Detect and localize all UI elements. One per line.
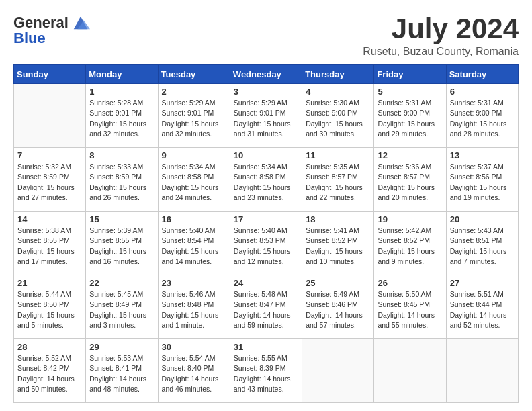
day-number: 15: [89, 214, 154, 224]
day-number: 12: [378, 150, 442, 161]
day-number: 19: [378, 214, 442, 224]
day-info: Sunrise: 5:33 AMSunset: 8:59 PMDaylight:…: [89, 162, 154, 203]
day-info: Sunrise: 5:50 AMSunset: 8:45 PMDaylight:…: [378, 289, 442, 330]
day-info: Sunrise: 5:48 AMSunset: 8:47 PMDaylight:…: [234, 289, 298, 330]
day-info: Sunrise: 5:28 AMSunset: 9:01 PMDaylight:…: [89, 98, 154, 139]
calendar-week-1: 1Sunrise: 5:28 AMSunset: 9:01 PMDaylight…: [14, 84, 519, 148]
day-number: 17: [234, 214, 298, 224]
day-info: Sunrise: 5:35 AMSunset: 8:57 PMDaylight:…: [306, 162, 370, 203]
day-info: Sunrise: 5:41 AMSunset: 8:52 PMDaylight:…: [306, 226, 370, 267]
calendar-cell: 28Sunrise: 5:52 AMSunset: 8:42 PMDayligh…: [14, 339, 86, 403]
day-number: 27: [450, 278, 515, 288]
day-info: Sunrise: 5:43 AMSunset: 8:51 PMDaylight:…: [450, 226, 515, 267]
calendar-cell: 24Sunrise: 5:48 AMSunset: 8:47 PMDayligh…: [230, 275, 302, 339]
calendar-cell: 3Sunrise: 5:29 AMSunset: 9:01 PMDaylight…: [230, 84, 302, 148]
day-info: Sunrise: 5:42 AMSunset: 8:52 PMDaylight:…: [378, 226, 442, 267]
header-saturday: Saturday: [446, 65, 518, 84]
day-number: 1: [89, 87, 154, 97]
day-number: 23: [162, 278, 226, 288]
calendar-cell: 6Sunrise: 5:31 AMSunset: 9:00 PMDaylight…: [446, 84, 518, 148]
calendar-week-4: 21Sunrise: 5:44 AMSunset: 8:50 PMDayligh…: [14, 275, 519, 339]
day-info: Sunrise: 5:40 AMSunset: 8:53 PMDaylight:…: [234, 226, 298, 267]
day-info: Sunrise: 5:40 AMSunset: 8:54 PMDaylight:…: [162, 226, 226, 267]
day-number: 8: [89, 150, 154, 161]
calendar-cell: 10Sunrise: 5:34 AMSunset: 8:58 PMDayligh…: [230, 148, 302, 212]
day-number: 5: [378, 87, 442, 97]
calendar-cell: 21Sunrise: 5:44 AMSunset: 8:50 PMDayligh…: [14, 275, 86, 339]
day-info: Sunrise: 5:39 AMSunset: 8:55 PMDaylight:…: [89, 226, 154, 267]
calendar-cell: 29Sunrise: 5:53 AMSunset: 8:41 PMDayligh…: [86, 339, 158, 403]
day-info: Sunrise: 5:52 AMSunset: 8:42 PMDaylight:…: [17, 353, 82, 394]
calendar-cell: 17Sunrise: 5:40 AMSunset: 8:53 PMDayligh…: [230, 212, 302, 275]
day-info: Sunrise: 5:29 AMSunset: 9:01 PMDaylight:…: [162, 98, 226, 139]
day-info: Sunrise: 5:46 AMSunset: 8:48 PMDaylight:…: [162, 289, 226, 330]
day-info: Sunrise: 5:36 AMSunset: 8:57 PMDaylight:…: [378, 162, 442, 203]
header-tuesday: Tuesday: [158, 65, 230, 84]
day-info: Sunrise: 5:34 AMSunset: 8:58 PMDaylight:…: [162, 162, 226, 203]
logo-icon: [71, 13, 90, 32]
day-number: 24: [234, 278, 298, 288]
calendar-cell: 23Sunrise: 5:46 AMSunset: 8:48 PMDayligh…: [158, 275, 230, 339]
day-number: 14: [17, 214, 82, 224]
calendar-cell: 8Sunrise: 5:33 AMSunset: 8:59 PMDaylight…: [86, 148, 158, 212]
calendar-cell: 13Sunrise: 5:37 AMSunset: 8:56 PMDayligh…: [446, 148, 518, 212]
calendar-cell: 19Sunrise: 5:42 AMSunset: 8:52 PMDayligh…: [374, 212, 446, 275]
calendar-week-5: 28Sunrise: 5:52 AMSunset: 8:42 PMDayligh…: [14, 339, 519, 403]
day-info: Sunrise: 5:54 AMSunset: 8:40 PMDaylight:…: [162, 353, 226, 394]
calendar-cell: 16Sunrise: 5:40 AMSunset: 8:54 PMDayligh…: [158, 212, 230, 275]
calendar-cell: 5Sunrise: 5:31 AMSunset: 9:00 PMDaylight…: [374, 84, 446, 148]
calendar-week-3: 14Sunrise: 5:38 AMSunset: 8:55 PMDayligh…: [14, 212, 519, 275]
logo: General Blue: [13, 13, 90, 47]
day-number: 20: [450, 214, 515, 224]
header-monday: Monday: [86, 65, 158, 84]
day-number: 4: [306, 87, 370, 97]
logo-blue-text: Blue: [13, 30, 46, 47]
day-number: 9: [162, 150, 226, 161]
calendar-cell: 15Sunrise: 5:39 AMSunset: 8:55 PMDayligh…: [86, 212, 158, 275]
calendar-cell: [14, 84, 86, 148]
calendar-cell: 27Sunrise: 5:51 AMSunset: 8:44 PMDayligh…: [446, 275, 518, 339]
day-info: Sunrise: 5:31 AMSunset: 9:00 PMDaylight:…: [450, 98, 515, 139]
calendar-cell: 25Sunrise: 5:49 AMSunset: 8:46 PMDayligh…: [302, 275, 374, 339]
page-header: General Blue July 2024 Rusetu, Buzau Cou…: [13, 13, 519, 58]
calendar-cell: 14Sunrise: 5:38 AMSunset: 8:55 PMDayligh…: [14, 212, 86, 275]
calendar-cell: 1Sunrise: 5:28 AMSunset: 9:01 PMDaylight…: [86, 84, 158, 148]
calendar-cell: 11Sunrise: 5:35 AMSunset: 8:57 PMDayligh…: [302, 148, 374, 212]
subtitle: Rusetu, Buzau County, Romania: [363, 46, 519, 58]
calendar-cell: 30Sunrise: 5:54 AMSunset: 8:40 PMDayligh…: [158, 339, 230, 403]
day-number: 3: [234, 87, 298, 97]
day-info: Sunrise: 5:53 AMSunset: 8:41 PMDaylight:…: [89, 353, 154, 394]
title-section: July 2024 Rusetu, Buzau County, Romania: [363, 13, 519, 58]
month-title: July 2024: [363, 13, 519, 44]
calendar-cell: 18Sunrise: 5:41 AMSunset: 8:52 PMDayligh…: [302, 212, 374, 275]
header-sunday: Sunday: [14, 65, 86, 84]
calendar-cell: 12Sunrise: 5:36 AMSunset: 8:57 PMDayligh…: [374, 148, 446, 212]
day-number: 7: [17, 150, 82, 161]
day-number: 10: [234, 150, 298, 161]
day-info: Sunrise: 5:29 AMSunset: 9:01 PMDaylight:…: [234, 98, 298, 139]
calendar-cell: [374, 339, 446, 403]
day-number: 18: [306, 214, 370, 224]
calendar-cell: 31Sunrise: 5:55 AMSunset: 8:39 PMDayligh…: [230, 339, 302, 403]
header-friday: Friday: [374, 65, 446, 84]
calendar-cell: 20Sunrise: 5:43 AMSunset: 8:51 PMDayligh…: [446, 212, 518, 275]
day-info: Sunrise: 5:38 AMSunset: 8:55 PMDaylight:…: [17, 226, 82, 267]
calendar-cell: [302, 339, 374, 403]
day-number: 21: [17, 278, 82, 288]
day-number: 30: [162, 342, 226, 352]
calendar-cell: 7Sunrise: 5:32 AMSunset: 8:59 PMDaylight…: [14, 148, 86, 212]
day-number: 25: [306, 278, 370, 288]
calendar-table: Sunday Monday Tuesday Wednesday Thursday…: [13, 64, 519, 403]
calendar-cell: 4Sunrise: 5:30 AMSunset: 9:00 PMDaylight…: [302, 84, 374, 148]
day-info: Sunrise: 5:31 AMSunset: 9:00 PMDaylight:…: [378, 98, 442, 139]
day-number: 31: [234, 342, 298, 352]
day-info: Sunrise: 5:45 AMSunset: 8:49 PMDaylight:…: [89, 289, 154, 330]
calendar-cell: 22Sunrise: 5:45 AMSunset: 8:49 PMDayligh…: [86, 275, 158, 339]
day-number: 13: [450, 150, 515, 161]
day-info: Sunrise: 5:44 AMSunset: 8:50 PMDaylight:…: [17, 289, 82, 330]
day-number: 29: [89, 342, 154, 352]
day-info: Sunrise: 5:30 AMSunset: 9:00 PMDaylight:…: [306, 98, 370, 139]
calendar-cell: 26Sunrise: 5:50 AMSunset: 8:45 PMDayligh…: [374, 275, 446, 339]
header-thursday: Thursday: [302, 65, 374, 84]
day-info: Sunrise: 5:32 AMSunset: 8:59 PMDaylight:…: [17, 162, 82, 203]
